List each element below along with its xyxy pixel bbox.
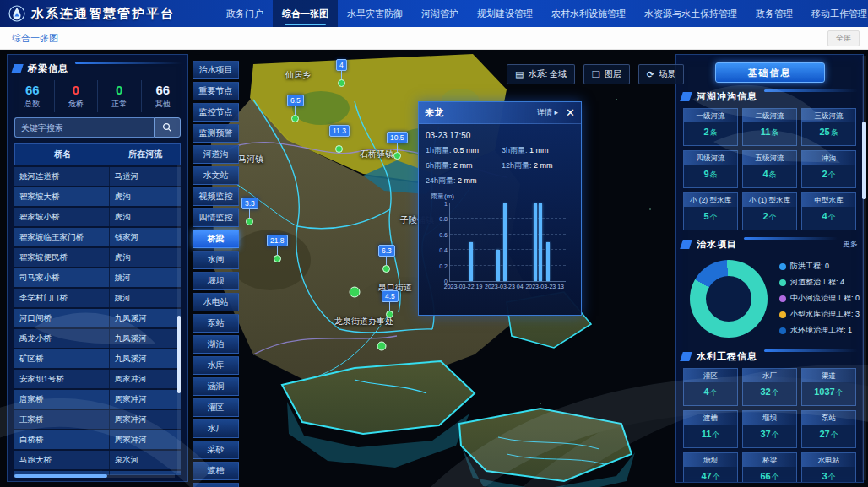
facility-menu-item-17[interactable]: 水厂 <box>193 419 239 438</box>
table-row[interactable]: 翟家坡临王家门桥钱家河 <box>14 228 181 246</box>
table-row[interactable]: 唐家桥周家冲河 <box>14 390 181 409</box>
nav-item-0[interactable]: 政务门户 <box>217 0 273 27</box>
facility-card-8[interactable]: 水电站3个 <box>801 452 856 482</box>
cell-river: 钱家河 <box>109 228 181 246</box>
facility-menu-item-13[interactable]: 湖泊 <box>193 335 239 354</box>
table-row[interactable]: 河口闸桥九凤溪河 <box>14 309 181 327</box>
river-card-8[interactable]: 中型水库4个 <box>801 192 856 230</box>
facility-menu-item-20[interactable]: 堰闸 <box>193 483 239 487</box>
river-card-0[interactable]: 一级河流2条 <box>683 108 738 146</box>
water-level-marker-3[interactable]: 10.5 <box>387 132 408 160</box>
facility-menu-item-0[interactable]: 治水项目 <box>193 61 239 79</box>
facility-menu-item-19[interactable]: 渡槽 <box>193 462 239 480</box>
facility-card-2[interactable]: 渠道1037个 <box>801 368 856 406</box>
cell-bridge-name: 马跑大桥 <box>14 451 109 469</box>
facility-menu-item-8[interactable]: 桥梁 <box>193 230 239 248</box>
facility-menu-item-10[interactable]: 堰坝 <box>193 272 239 290</box>
table-row[interactable]: 司马家小桥姚河 <box>14 268 181 287</box>
table-row[interactable]: 翟家坡小桥虎沟 <box>14 208 181 226</box>
more-link[interactable]: 更多 <box>843 239 858 250</box>
water-level-marker-6[interactable]: 6.3 <box>378 245 395 273</box>
river-card-4[interactable]: 五级河流4条 <box>742 150 797 188</box>
scroll-thumb[interactable] <box>177 316 181 393</box>
facility-menu-item-3[interactable]: 监测预警 <box>193 124 239 143</box>
table-row[interactable]: 姚河连道桥马道河 <box>14 167 181 186</box>
nav-item-4[interactable]: 规划建设管理 <box>468 0 542 27</box>
water-level-marker-1[interactable]: 6.5 <box>287 95 304 122</box>
facility-card-7[interactable]: 桥梁66个 <box>742 452 797 482</box>
cell-bridge-name: 翟家坡便民桥 <box>14 248 109 267</box>
table-row[interactable]: 王家桥周家冲河 <box>14 410 181 429</box>
water-level-marker-7[interactable]: 4.5 <box>382 290 399 318</box>
card-unit: 个 <box>831 430 838 439</box>
facility-menu-item-16[interactable]: 灌区 <box>193 398 239 417</box>
search-button[interactable] <box>154 117 181 138</box>
nav-item-3[interactable]: 河湖管护 <box>412 0 468 27</box>
nav-item-2[interactable]: 水旱灾害防御 <box>338 0 412 27</box>
map-control-2[interactable]: ⟳场景 <box>638 64 684 84</box>
map-stage[interactable]: 仙居乡马河镇石桥驿镇子陵铺镇泉口街道龙泉街道办事处46.511.310.53.3… <box>0 49 868 487</box>
table-row[interactable]: 李学村门口桥姚河 <box>14 289 181 307</box>
close-icon[interactable]: ✕ <box>566 107 575 118</box>
river-card-2[interactable]: 三级河流25条 <box>801 108 856 146</box>
breadcrumb[interactable]: 综合一张图 <box>0 32 827 45</box>
facility-menu-item-18[interactable]: 采砂 <box>193 441 239 459</box>
water-level-marker-5[interactable]: 21.8 <box>267 235 288 262</box>
facility-card-0[interactable]: 灌区4个 <box>683 368 738 406</box>
water-level-marker-4[interactable]: 3.3 <box>241 198 258 225</box>
table-row[interactable]: 白桥桥周家冲河 <box>14 430 181 449</box>
river-card-3[interactable]: 四级河流9条 <box>683 150 738 188</box>
river-card-1[interactable]: 二级河流11条 <box>742 108 797 146</box>
facility-menu-item-2[interactable]: 监控节点 <box>193 103 239 122</box>
facility-menu-item-4[interactable]: 河道沟 <box>193 145 239 164</box>
facility-menu-item-14[interactable]: 水库 <box>193 356 239 375</box>
marker-value: 6.5 <box>287 95 304 106</box>
basic-info-button[interactable]: 基础信息 <box>715 62 825 83</box>
table-row[interactable]: 翟家坡大桥虎沟 <box>14 187 181 206</box>
facility-menu-item-12[interactable]: 泵站 <box>193 314 239 333</box>
map-control-1[interactable]: ❏图层 <box>583 64 630 84</box>
facility-menu: 治水项目重要节点监控节点监测预警河道沟水文站视频监控四情监控桥梁水闸堰坝水电站泵… <box>193 61 239 487</box>
river-card-6[interactable]: 小 (2) 型水库5个 <box>683 192 738 230</box>
facility-menu-item-15[interactable]: 涵洞 <box>193 377 239 396</box>
facility-card-1[interactable]: 水厂32个 <box>742 368 797 406</box>
table-horizontal-scrollbar[interactable] <box>14 474 175 478</box>
nav-item-1[interactable]: 综合一张图 <box>273 0 338 27</box>
table-row[interactable]: 矿区桥九凤溪河 <box>14 349 181 368</box>
facility-card-4[interactable]: 堰坝37个 <box>742 410 797 448</box>
nav-item-7[interactable]: 政务管理 <box>746 0 802 27</box>
facility-menu-item-5[interactable]: 水文站 <box>193 166 239 185</box>
river-card-7[interactable]: 小 (1) 型水库2个 <box>742 192 797 230</box>
facility-menu-item-11[interactable]: 水电站 <box>193 293 239 311</box>
fullscreen-button[interactable]: 全屏 <box>827 30 860 46</box>
table-row[interactable]: 马跑大桥泉水河 <box>14 451 181 469</box>
facility-menu-item-7[interactable]: 四情监控 <box>193 208 239 227</box>
facility-card-5[interactable]: 泵站27个 <box>801 410 856 448</box>
scroll-thumb[interactable] <box>862 122 866 199</box>
right-panel-scrollbar[interactable] <box>862 56 866 480</box>
river-card-5[interactable]: 冲沟2个 <box>801 150 856 188</box>
col-river: 所在河流 <box>111 144 180 165</box>
nav-item-8[interactable]: 移动工作管理 <box>802 0 868 27</box>
nav-menu: 政务门户综合一张图水旱灾害防御河湖管护规划建设管理农村水利设施管理水资源与水土保… <box>217 0 868 27</box>
water-level-marker-0[interactable]: 4 <box>336 59 347 87</box>
water-level-marker-2[interactable]: 11.3 <box>329 125 350 153</box>
nav-item-6[interactable]: 水资源与水土保持管理 <box>635 0 746 27</box>
app-title: 水系连通智慧管护平台 <box>31 6 175 22</box>
search-input[interactable] <box>14 117 154 138</box>
map-control-0[interactable]: ▤水系: 全域 <box>507 64 575 84</box>
x-tick-label-2: 2023-03-23 13 <box>525 284 564 289</box>
table-vertical-scrollbar[interactable] <box>177 165 181 473</box>
facility-menu-item-9[interactable]: 水闸 <box>193 251 239 269</box>
table-row[interactable]: 安家坝1号桥周家冲河 <box>14 370 181 388</box>
scroll-thumb[interactable] <box>14 474 107 478</box>
detail-link[interactable]: 详情 ▸ <box>537 107 558 118</box>
facility-card-6[interactable]: 塘坝47个 <box>683 452 738 482</box>
facility-card-3[interactable]: 渡槽11个 <box>683 410 738 448</box>
facility-menu-item-1[interactable]: 重要节点 <box>193 82 239 100</box>
table-row[interactable]: 翟家坡便民桥虎沟 <box>14 248 181 267</box>
water-drop-logo-icon <box>8 5 25 22</box>
facility-menu-item-6[interactable]: 视频监控 <box>193 187 239 206</box>
nav-item-5[interactable]: 农村水利设施管理 <box>542 0 635 27</box>
table-row[interactable]: 禹龙小桥九凤溪河 <box>14 329 181 348</box>
